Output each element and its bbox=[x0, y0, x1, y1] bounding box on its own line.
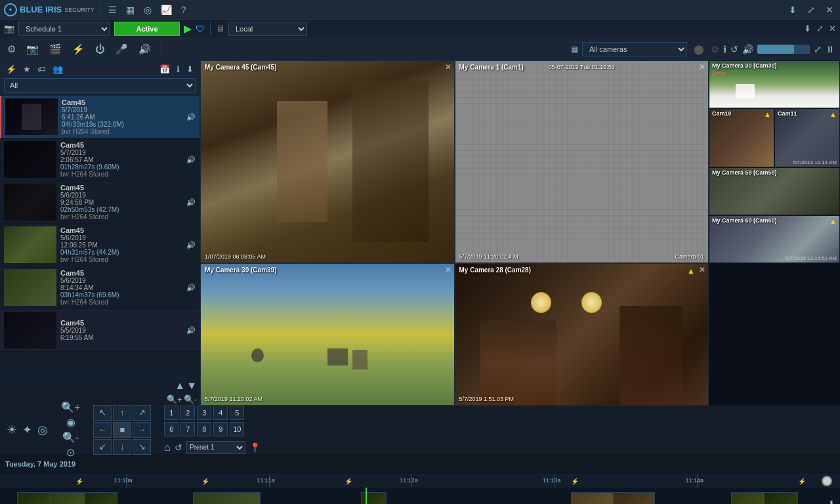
ptz-num-9[interactable]: 9 bbox=[213, 422, 228, 436]
clip-item[interactable]: Cam45 5/6/2019 12:06:25 PM 04h31m57s (44… bbox=[0, 224, 200, 266]
scroll-down-icon[interactable]: ⬇ bbox=[184, 63, 196, 75]
clip-volume-icon[interactable]: 🔊 bbox=[186, 326, 196, 335]
ptz-location-icon[interactable]: 📍 bbox=[249, 442, 261, 453]
camera-feed-cam45[interactable]: My Camera 45 (Cam45) ✕ 1/07/2019 06:08:0… bbox=[200, 60, 455, 263]
trigger-icon[interactable]: ⚡ bbox=[70, 42, 87, 56]
lightning-icon[interactable]: ⚡ bbox=[4, 63, 18, 75]
settings-cog-icon[interactable]: ⚙ bbox=[711, 44, 719, 54]
settings-icon[interactable]: ⚙ bbox=[5, 42, 18, 56]
camera-feed-cam39[interactable]: My Camera 39 (Cam39) ✕ 5/7/2019 11:20:02… bbox=[200, 263, 455, 406]
play-button[interactable]: ▶ bbox=[184, 22, 192, 35]
cam39-close[interactable]: ✕ bbox=[445, 265, 452, 274]
record-icon[interactable]: 🎬 bbox=[47, 42, 64, 56]
close-right-icon[interactable]: ✕ bbox=[829, 24, 836, 33]
speaker-icon[interactable]: 🔊 bbox=[136, 42, 153, 56]
cam45-close[interactable]: ✕ bbox=[445, 62, 452, 72]
download-icon[interactable]: ⬇ bbox=[786, 3, 799, 16]
location-select[interactable]: Local bbox=[228, 22, 307, 36]
menu-icon[interactable]: ☰ bbox=[106, 3, 119, 16]
camera-icon[interactable]: ◎ bbox=[141, 3, 154, 16]
ptz-num-8[interactable]: 8 bbox=[197, 422, 211, 436]
light2-icon[interactable]: ✦ bbox=[22, 423, 32, 437]
pause-icon[interactable]: ⏸ bbox=[826, 44, 835, 54]
ptz-upleft-btn[interactable]: ↖ bbox=[93, 405, 112, 421]
camera-feed-cam11[interactable]: Cam11 ▲ 5/7/2019 11:14 AM bbox=[774, 108, 840, 167]
ptz-left-btn[interactable]: ← bbox=[93, 422, 112, 438]
ptz-upright-btn[interactable]: ↗ bbox=[133, 405, 151, 421]
info2-icon[interactable]: ℹ bbox=[175, 63, 182, 75]
zoom-out-list-icon[interactable]: 🔍- bbox=[184, 394, 197, 404]
timeline-scrubber[interactable] bbox=[822, 476, 832, 486]
timeline-download-icon[interactable]: ⬇ bbox=[828, 499, 836, 504]
camera-feed-cam30[interactable]: My Camera 30 (Cam30) Error bbox=[709, 60, 840, 108]
maximize-icon[interactable]: ⤢ bbox=[814, 44, 822, 54]
volume-slider[interactable] bbox=[757, 45, 810, 54]
clip-item[interactable]: Cam45 5/6/2019 8:14:34 AM 03h14m37s (69.… bbox=[0, 266, 200, 309]
ptz-down-btn[interactable]: ↓ bbox=[113, 439, 131, 455]
mic-icon[interactable]: 🎤 bbox=[114, 42, 130, 56]
clip-item[interactable]: Cam45 5/7/2019 6:41:26 AM 04h33m19s (322… bbox=[0, 96, 200, 138]
shield-icon[interactable]: 🛡 bbox=[196, 24, 205, 34]
timeline-clip-1[interactable] bbox=[17, 492, 118, 504]
ptz-num-2[interactable]: 2 bbox=[180, 406, 195, 420]
help-icon[interactable]: ? bbox=[178, 3, 189, 16]
scroll-up-btn[interactable]: ▲ bbox=[175, 380, 185, 392]
clip-item[interactable]: Cam45 5/6/2019 9:24:58 PM 02h50m53s (42.… bbox=[0, 181, 200, 224]
scroll-down-btn[interactable]: ▼ bbox=[186, 380, 197, 392]
camera-feed-cam60[interactable]: My Camera 60 (Cam60) ▲ 5/7/2019 11:14:51… bbox=[709, 215, 840, 263]
fullscreen-icon[interactable]: ⤢ bbox=[816, 24, 824, 33]
focus-dot-icon[interactable]: ⊙ bbox=[66, 446, 75, 459]
ptz-num-10[interactable]: 10 bbox=[230, 422, 244, 436]
grid-icon[interactable]: ▦ bbox=[123, 3, 137, 16]
expand-icon[interactable]: ⤢ bbox=[805, 3, 818, 16]
cam28-close[interactable]: ✕ bbox=[699, 265, 705, 274]
camera-filter-select[interactable]: All cameras bbox=[582, 42, 687, 56]
ptz-num-5[interactable]: 5 bbox=[230, 406, 244, 420]
camera-feed-cam1[interactable]: My Camera 1 (Cam1) ✕ 05-07-2019 Tue 01:1… bbox=[455, 60, 709, 263]
camera-feed-cam59[interactable]: My Camera 59 (Cam59) bbox=[709, 167, 840, 215]
all-filter-select[interactable]: All bbox=[4, 78, 196, 93]
people-icon[interactable]: 👥 bbox=[51, 63, 65, 75]
home-icon[interactable]: ⌂ bbox=[164, 442, 171, 453]
zoom-in-list-icon[interactable]: 🔍+ bbox=[167, 394, 182, 404]
close-icon[interactable]: ✕ bbox=[823, 3, 836, 16]
clip-volume-icon[interactable]: 🔊 bbox=[186, 156, 196, 164]
ptz-num-3[interactable]: 3 bbox=[197, 406, 211, 420]
ptz-downleft-btn[interactable]: ↙ bbox=[93, 439, 112, 455]
ptz-center-btn[interactable]: ■ bbox=[113, 422, 131, 438]
zoom-out-btn[interactable]: 🔍- bbox=[62, 431, 79, 444]
clip-item[interactable]: Cam45 5/7/2019 2:06:57 AM 01h28m27s (9.6… bbox=[0, 138, 200, 181]
camera-feed-cam28[interactable]: My Camera 28 (Cam28) ✕ 5/7/2019 1:51:03 … bbox=[455, 263, 709, 406]
clip-volume-icon[interactable]: 🔊 bbox=[186, 113, 196, 121]
clip-volume-icon[interactable]: 🔊 bbox=[186, 198, 196, 207]
snapshot-icon[interactable]: 📷 bbox=[24, 42, 41, 56]
chart-icon[interactable]: 📈 bbox=[158, 3, 175, 16]
zoom-in-btn[interactable]: 🔍+ bbox=[61, 401, 80, 413]
ptz-right-btn[interactable]: → bbox=[133, 422, 151, 438]
ptz-refresh-icon[interactable]: ↺ bbox=[175, 442, 182, 453]
download-right-icon[interactable]: ⬇ bbox=[804, 24, 811, 33]
ptz-point-icon[interactable]: ◎ bbox=[37, 423, 48, 437]
ptz-num-1[interactable]: 1 bbox=[164, 406, 178, 420]
ptz-num-7[interactable]: 7 bbox=[180, 422, 195, 436]
ptz-num-4[interactable]: 4 bbox=[213, 406, 228, 420]
tag-icon[interactable]: 🏷 bbox=[35, 63, 48, 75]
timeline-clip-4[interactable] bbox=[571, 492, 655, 504]
preset-select[interactable]: Preset 1 bbox=[186, 441, 245, 454]
timeline-clip-5[interactable] bbox=[731, 492, 798, 504]
star-icon[interactable]: ★ bbox=[21, 63, 33, 75]
clip-volume-icon[interactable]: 🔊 bbox=[186, 284, 196, 292]
ptz-up-btn[interactable]: ↑ bbox=[113, 405, 131, 421]
ptz-num-6[interactable]: 6 bbox=[164, 422, 178, 436]
cam1-close[interactable]: ✕ bbox=[699, 62, 705, 72]
timeline-area[interactable]: 11:10a 11:11a 11:12a 11:13a 11:14a ⚡ ⚡ ⚡… bbox=[0, 474, 840, 504]
camera-feed-cam10[interactable]: Cam10 ▲ bbox=[709, 108, 774, 167]
schedule-select[interactable]: Schedule 1 bbox=[18, 22, 110, 36]
info-icon[interactable]: ℹ bbox=[723, 44, 726, 54]
timeline-clips[interactable]: ⬇ ▦ bbox=[0, 488, 840, 504]
refresh-icon[interactable]: ↺ bbox=[730, 44, 738, 54]
calendar-icon[interactable]: 📅 bbox=[158, 63, 172, 75]
clip-item[interactable]: Cam45 5/5/2019 6:19:55 AM 🔊 bbox=[0, 309, 200, 352]
ptz-downright-btn[interactable]: ↘ bbox=[133, 439, 151, 455]
power-icon[interactable]: ⏻ bbox=[93, 42, 107, 56]
